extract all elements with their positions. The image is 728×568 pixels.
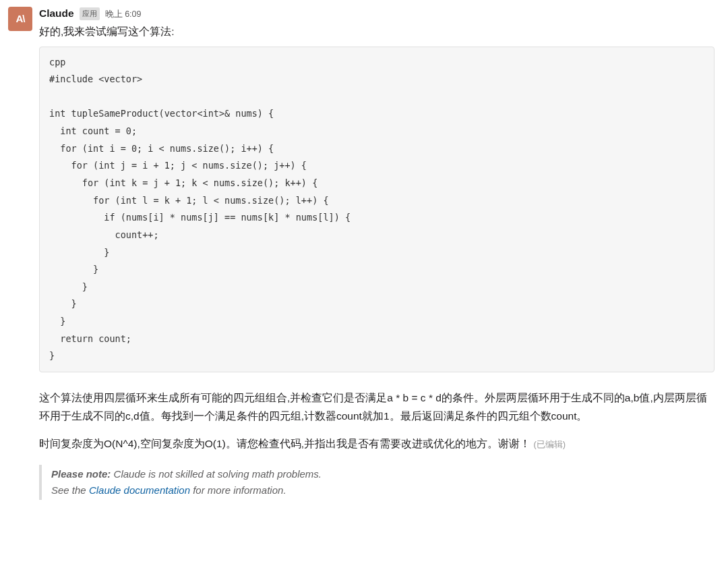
footnote-pre-link: See the — [51, 484, 89, 496]
explanation-paragraph-2: 时间复杂度为O(N^4),空间复杂度为O(1)。请您检查代码,并指出我是否有需要… — [39, 434, 715, 453]
explanation-paragraph-1: 这个算法使用四层循环来生成所有可能的四元组组合,并检查它们是否满足a * b =… — [39, 389, 715, 425]
footnote-line-1: Please note: Claude is not skilled at so… — [51, 466, 715, 482]
message-header: Claude 应用 晚上 6:09 — [39, 5, 715, 21]
complexity-text: 时间复杂度为O(N^4),空间复杂度为O(1)。请您检查代码,并指出我是否有需要… — [39, 438, 530, 449]
footnote-rest: Claude is not skilled at solving math pr… — [111, 468, 322, 480]
message-body: Claude 应用 晚上 6:09 好的,我来尝试编写这个算法: cpp #in… — [39, 5, 715, 500]
code-block[interactable]: cpp #include <vector> int tupleSameProdu… — [39, 47, 715, 373]
app-badge: 应用 — [80, 7, 100, 20]
avatar: A\ — [8, 7, 32, 31]
intro-text: 好的,我来尝试编写这个算法: — [39, 24, 715, 39]
timestamp: 晚上 6:09 — [105, 8, 142, 21]
message: A\ Claude 应用 晚上 6:09 好的,我来尝试编写这个算法: cpp … — [8, 5, 715, 500]
footnote-lead: Please note: — [51, 468, 111, 480]
sender-name: Claude — [39, 5, 74, 21]
footnote-line-2: See the Claude documentation for more in… — [51, 482, 715, 499]
footnote-post-link: for more information. — [190, 484, 286, 496]
documentation-link[interactable]: Claude documentation — [89, 484, 190, 496]
footnote: Please note: Claude is not skilled at so… — [39, 465, 715, 500]
edited-label: (已编辑) — [533, 439, 566, 449]
